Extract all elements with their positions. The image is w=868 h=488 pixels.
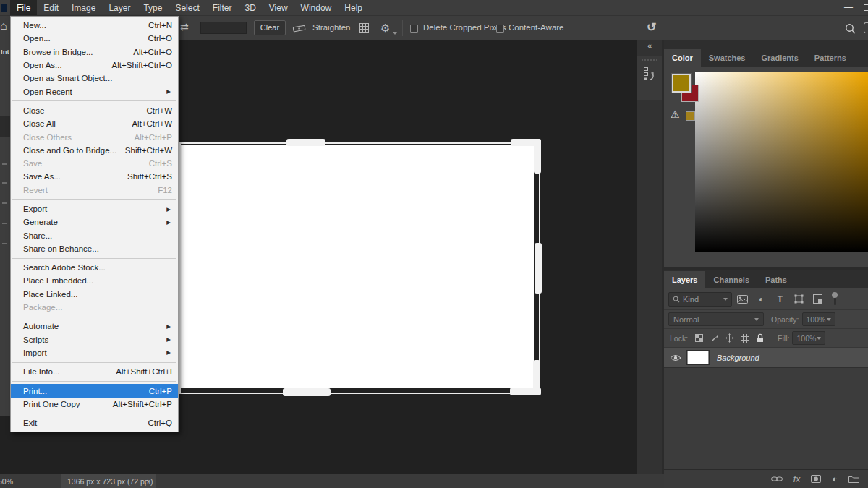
blend-mode-dropdown[interactable]: Normal	[668, 312, 764, 326]
crop-handle-top[interactable]	[286, 139, 326, 146]
menubar-item-view[interactable]: View	[263, 0, 294, 15]
zoom-level[interactable]: 50%	[0, 477, 13, 486]
layer-mask-icon[interactable]	[811, 475, 821, 483]
file-menu-item-package[interactable]: Package...	[11, 301, 178, 314]
file-menu-item-revert[interactable]: RevertF12	[11, 184, 178, 197]
file-menu-item-place-embedded[interactable]: Place Embedded...	[11, 274, 178, 287]
layer-filter-kind-dropdown[interactable]: Kind	[668, 292, 732, 307]
menubar-item-edit[interactable]: Edit	[37, 0, 65, 15]
file-menu-item-open-recent[interactable]: Open Recent▶	[11, 85, 178, 98]
lock-transparency-icon[interactable]	[692, 334, 707, 342]
pixel-layer-filter-icon[interactable]	[734, 292, 751, 307]
fill-value-box[interactable]: 100%	[792, 331, 825, 345]
smart-object-filter-icon[interactable]	[809, 292, 826, 307]
status-chevron-icon[interactable]: ›	[147, 476, 150, 485]
workspace-icon[interactable]	[864, 22, 868, 33]
tab-color[interactable]: Color	[664, 49, 701, 67]
tab-swatches[interactable]: Swatches	[701, 49, 754, 67]
crop-handle-bottom[interactable]	[283, 388, 331, 396]
file-menu-item-open-as[interactable]: Open As...Alt+Shift+Ctrl+O	[11, 59, 178, 72]
file-menu-item-print-one-copy[interactable]: Print One CopyAlt+Shift+Ctrl+P	[11, 398, 178, 411]
tool-icon[interactable]	[2, 182, 7, 184]
file-menu-item-save-as[interactable]: Save As...Shift+Ctrl+S	[11, 170, 178, 183]
file-menu-item-exit[interactable]: ExitCtrl+Q	[11, 416, 178, 429]
menubar-item-3d[interactable]: 3D	[238, 0, 262, 15]
crop-handle-top-right[interactable]	[534, 139, 541, 174]
document-info-box[interactable]: 1366 px x 723 px (72 ppi) ›	[61, 474, 156, 488]
file-menu-item-share-on-behance[interactable]: Share on Behance...	[11, 242, 178, 255]
new-adjustment-layer-icon[interactable]: ◐	[832, 474, 838, 484]
shape-layer-filter-icon[interactable]	[791, 292, 807, 307]
gamut-fix-swatch[interactable]	[686, 111, 695, 121]
lock-all-icon[interactable]	[752, 333, 767, 343]
content-aware-checkbox[interactable]	[496, 25, 504, 33]
menubar-item-filter[interactable]: Filter	[206, 0, 239, 15]
menubar-item-image[interactable]: Image	[65, 0, 102, 15]
tab-layers[interactable]: Layers	[664, 271, 705, 288]
crop-ratio-input[interactable]	[200, 22, 247, 34]
search-icon[interactable]	[845, 23, 856, 35]
file-menu-item-print[interactable]: Print...Ctrl+P	[11, 384, 178, 397]
file-menu-item-file-info[interactable]: File Info...Alt+Shift+Ctrl+I	[11, 365, 178, 378]
tab-gradients[interactable]: Gradients	[753, 49, 806, 67]
collapse-panels-icon[interactable]: «	[637, 40, 662, 50]
file-menu-item-close-and-go-to-bridge[interactable]: Close and Go to Bridge...Shift+Ctrl+W	[11, 144, 178, 157]
straighten-icon[interactable]	[292, 24, 307, 33]
lock-move-icon[interactable]	[722, 333, 737, 343]
foreground-swatch[interactable]	[672, 74, 691, 93]
tab-paths[interactable]: Paths	[757, 271, 795, 288]
tool-icon[interactable]	[2, 163, 7, 165]
file-menu-item-new[interactable]: New...Ctrl+N	[11, 19, 178, 32]
grid-overlay-icon[interactable]	[359, 23, 369, 33]
file-menu-item-close-all[interactable]: Close AllAlt+Ctrl+W	[11, 117, 178, 130]
file-menu-item-automate[interactable]: Automate▶	[11, 320, 178, 333]
layer-thumbnail[interactable]	[687, 351, 709, 364]
crop-handle-right[interactable]	[535, 243, 542, 294]
tool-icon[interactable]	[2, 223, 7, 224]
file-menu-item-place-linked[interactable]: Place Linked...	[11, 288, 178, 301]
layer-style-icon[interactable]: fx	[793, 474, 800, 484]
crop-marquee[interactable]	[179, 142, 540, 394]
crop-handle-bottom-right[interactable]	[510, 388, 541, 395]
minimize-button[interactable]: —	[839, 0, 858, 16]
file-menu-item-open-as-smart-object[interactable]: Open as Smart Object...	[11, 72, 178, 85]
reset-icon[interactable]: ↺	[647, 20, 656, 34]
file-menu-item-open[interactable]: Open...Ctrl+O	[11, 32, 178, 45]
lock-paint-icon[interactable]	[707, 334, 722, 343]
menubar-item-select[interactable]: Select	[169, 0, 205, 15]
menubar-item-type[interactable]: Type	[137, 0, 169, 15]
file-menu-item-scripts[interactable]: Scripts▶	[11, 333, 178, 346]
tool-icon[interactable]	[2, 243, 7, 244]
opacity-value-box[interactable]: 100%	[802, 312, 835, 326]
file-menu-item-share[interactable]: Share...	[11, 228, 178, 241]
new-group-icon[interactable]	[848, 475, 859, 483]
file-menu-item-search-adobe-stock[interactable]: Search Adobe Stock...	[11, 261, 178, 274]
straighten-label[interactable]: Straighten	[312, 23, 350, 32]
file-menu-item-close[interactable]: CloseCtrl+W	[11, 104, 178, 117]
tool-icon[interactable]	[2, 202, 7, 204]
link-layers-icon[interactable]	[771, 476, 783, 482]
menubar-item-help[interactable]: Help	[338, 0, 369, 15]
home-icon[interactable]: ⌂	[0, 20, 7, 33]
gamut-warning-icon[interactable]: ⚠	[671, 108, 680, 120]
clear-button[interactable]: Clear	[254, 20, 286, 35]
maximize-button[interactable]	[864, 4, 868, 11]
color-picker-gradient[interactable]	[695, 72, 868, 252]
type-layer-filter-icon[interactable]: T	[772, 292, 788, 307]
tab-channels[interactable]: Channels	[705, 271, 757, 288]
layer-visibility-eye-icon[interactable]	[664, 354, 687, 361]
menubar-item-window[interactable]: Window	[294, 0, 339, 15]
delete-cropped-pixels-checkbox[interactable]	[410, 25, 418, 33]
file-menu-item-import[interactable]: Import▶	[11, 346, 178, 359]
menubar-item-file[interactable]: File	[10, 0, 37, 15]
filter-toggle-icon[interactable]	[830, 291, 840, 307]
adjustment-layer-filter-icon[interactable]: ◐	[753, 292, 770, 307]
file-menu-item-close-others[interactable]: Close OthersAlt+Ctrl+P	[11, 130, 178, 143]
tab-patterns[interactable]: Patterns	[807, 49, 854, 67]
file-menu-item-save[interactable]: SaveCtrl+S	[11, 157, 178, 170]
file-menu-item-generate[interactable]: Generate▶	[11, 215, 178, 228]
history-panel-button[interactable]	[637, 56, 662, 100]
file-menu-item-export[interactable]: Export▶	[11, 202, 178, 215]
active-tool-highlight[interactable]	[0, 116, 10, 137]
swap-arrows-icon[interactable]: ⇄	[180, 21, 189, 33]
